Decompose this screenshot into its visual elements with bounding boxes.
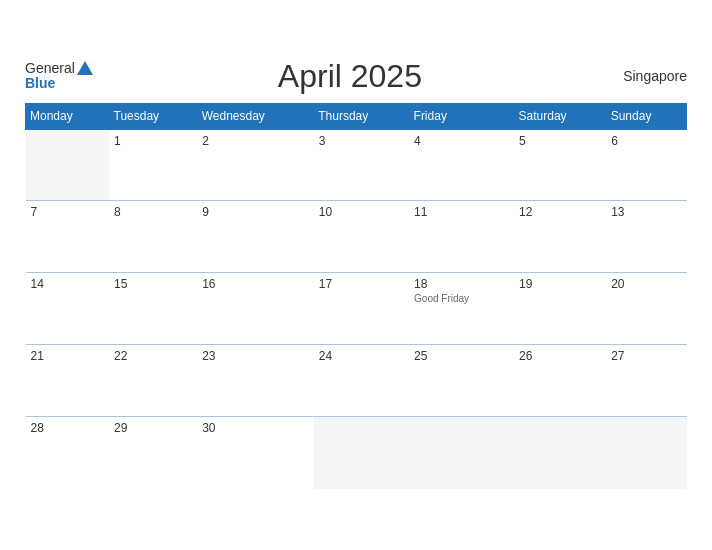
logo-general-text: General bbox=[25, 61, 75, 76]
calendar-cell: 15 bbox=[109, 273, 197, 345]
week-row: 1415161718Good Friday1920 bbox=[26, 273, 687, 345]
calendar-cell: 3 bbox=[314, 129, 409, 201]
day-number: 1 bbox=[114, 134, 192, 148]
column-header-saturday: Saturday bbox=[514, 103, 606, 129]
calendar-cell bbox=[606, 417, 686, 489]
day-number: 3 bbox=[319, 134, 404, 148]
day-number: 6 bbox=[611, 134, 681, 148]
day-number: 10 bbox=[319, 205, 404, 219]
calendar-title: April 2025 bbox=[93, 58, 607, 95]
calendar-cell: 7 bbox=[26, 201, 110, 273]
calendar-cell: 11 bbox=[409, 201, 514, 273]
column-headers-row: MondayTuesdayWednesdayThursdayFridaySatu… bbox=[26, 103, 687, 129]
calendar-cell: 4 bbox=[409, 129, 514, 201]
calendar-cell: 22 bbox=[109, 345, 197, 417]
calendar-cell: 12 bbox=[514, 201, 606, 273]
calendar-grid: MondayTuesdayWednesdayThursdayFridaySatu… bbox=[25, 103, 687, 489]
day-number: 15 bbox=[114, 277, 192, 291]
column-header-sunday: Sunday bbox=[606, 103, 686, 129]
calendar-cell: 17 bbox=[314, 273, 409, 345]
calendar-cell bbox=[514, 417, 606, 489]
calendar-cell: 24 bbox=[314, 345, 409, 417]
calendar-cell: 29 bbox=[109, 417, 197, 489]
day-number: 21 bbox=[31, 349, 105, 363]
day-number: 22 bbox=[114, 349, 192, 363]
week-row: 282930 bbox=[26, 417, 687, 489]
calendar-cell: 2 bbox=[197, 129, 314, 201]
day-number: 5 bbox=[519, 134, 601, 148]
column-header-thursday: Thursday bbox=[314, 103, 409, 129]
day-number: 17 bbox=[319, 277, 404, 291]
day-number: 29 bbox=[114, 421, 192, 435]
day-number: 18 bbox=[414, 277, 509, 291]
calendar-cell: 26 bbox=[514, 345, 606, 417]
day-number: 14 bbox=[31, 277, 105, 291]
day-number: 13 bbox=[611, 205, 681, 219]
day-number: 24 bbox=[319, 349, 404, 363]
day-number: 26 bbox=[519, 349, 601, 363]
week-row: 78910111213 bbox=[26, 201, 687, 273]
calendar-cell: 27 bbox=[606, 345, 686, 417]
logo-triangle-icon bbox=[77, 61, 93, 75]
day-number: 9 bbox=[202, 205, 309, 219]
calendar-cell: 1 bbox=[109, 129, 197, 201]
column-header-wednesday: Wednesday bbox=[197, 103, 314, 129]
day-number: 30 bbox=[202, 421, 309, 435]
day-number: 11 bbox=[414, 205, 509, 219]
day-number: 23 bbox=[202, 349, 309, 363]
column-header-friday: Friday bbox=[409, 103, 514, 129]
calendar-cell: 13 bbox=[606, 201, 686, 273]
calendar-cell: 8 bbox=[109, 201, 197, 273]
calendar-header: General Blue April 2025 Singapore bbox=[25, 58, 687, 95]
day-number: 16 bbox=[202, 277, 309, 291]
logo-blue-text: Blue bbox=[25, 76, 55, 91]
day-number: 19 bbox=[519, 277, 601, 291]
day-number: 25 bbox=[414, 349, 509, 363]
calendar-cell: 14 bbox=[26, 273, 110, 345]
calendar-cell: 6 bbox=[606, 129, 686, 201]
calendar-cell: 5 bbox=[514, 129, 606, 201]
calendar-cell bbox=[409, 417, 514, 489]
calendar-cell: 19 bbox=[514, 273, 606, 345]
calendar-cell bbox=[26, 129, 110, 201]
day-number: 8 bbox=[114, 205, 192, 219]
week-row: 21222324252627 bbox=[26, 345, 687, 417]
calendar-container: General Blue April 2025 Singapore Monday… bbox=[11, 48, 701, 503]
calendar-cell: 9 bbox=[197, 201, 314, 273]
calendar-cell: 21 bbox=[26, 345, 110, 417]
day-number: 28 bbox=[31, 421, 105, 435]
calendar-cell: 18Good Friday bbox=[409, 273, 514, 345]
day-number: 4 bbox=[414, 134, 509, 148]
calendar-cell: 25 bbox=[409, 345, 514, 417]
calendar-cell: 20 bbox=[606, 273, 686, 345]
day-number: 20 bbox=[611, 277, 681, 291]
day-number: 2 bbox=[202, 134, 309, 148]
day-number: 7 bbox=[31, 205, 105, 219]
calendar-cell: 10 bbox=[314, 201, 409, 273]
column-header-tuesday: Tuesday bbox=[109, 103, 197, 129]
calendar-cell bbox=[314, 417, 409, 489]
day-number: 12 bbox=[519, 205, 601, 219]
calendar-cell: 28 bbox=[26, 417, 110, 489]
day-number: 27 bbox=[611, 349, 681, 363]
calendar-cell: 16 bbox=[197, 273, 314, 345]
holiday-name: Good Friday bbox=[414, 293, 509, 304]
calendar-cell: 30 bbox=[197, 417, 314, 489]
calendar-cell: 23 bbox=[197, 345, 314, 417]
calendar-country: Singapore bbox=[607, 68, 687, 84]
week-row: 123456 bbox=[26, 129, 687, 201]
column-header-monday: Monday bbox=[26, 103, 110, 129]
logo: General Blue bbox=[25, 61, 93, 92]
